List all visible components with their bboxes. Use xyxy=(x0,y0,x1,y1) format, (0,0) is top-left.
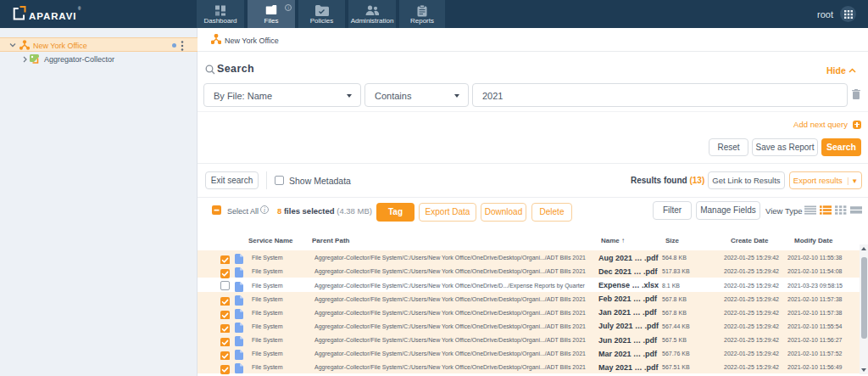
svg-text:APARAVI: APARAVI xyxy=(29,11,76,21)
svg-text:®: ® xyxy=(78,6,81,11)
